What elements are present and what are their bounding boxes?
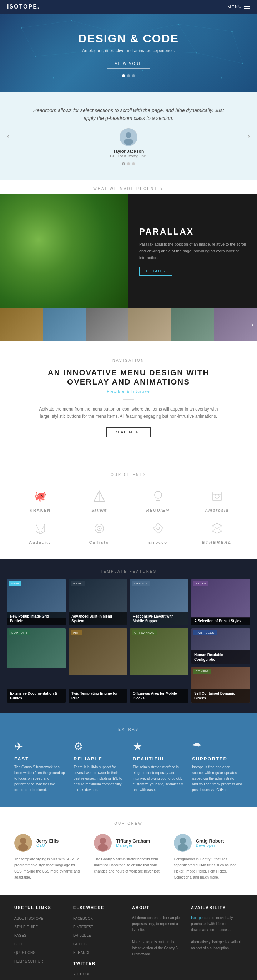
menu-label: MENU: [228, 5, 242, 9]
footer-link-pages-anchor[interactable]: PAGES: [14, 934, 26, 937]
footer-link-dribbble[interactable]: DRIBBBLE: [73, 932, 125, 938]
portfolio-thumb-4[interactable]: [128, 309, 171, 340]
svg-point-9: [53, 78, 54, 78]
footer-link-style-anchor[interactable]: STYLE GUIDE: [14, 925, 38, 929]
menu-button[interactable]: MENU: [228, 5, 250, 9]
hero-subtitle: An elegant, interactive and animated exp…: [82, 48, 175, 53]
svg-line-20: [232, 32, 243, 64]
footer-link-pinterest[interactable]: PINTEREST: [73, 923, 125, 930]
hero-dot-1[interactable]: [122, 74, 125, 77]
footer-link-fb-anchor[interactable]: FACEBOOK: [73, 916, 93, 920]
svg-point-33: [215, 494, 219, 498]
portfolio-thumb-1[interactable]: [0, 309, 43, 340]
feature-card-style[interactable]: STYLE A Selection of Preset Styles: [191, 579, 250, 625]
feature-card-popup-grid[interactable]: NEW New Popup Image Grid Particle: [7, 579, 66, 625]
feature-card-php[interactable]: PHP Twig Templating Engine for PHP: [68, 628, 127, 703]
salient-name: Salient: [91, 508, 107, 512]
svg-point-29: [155, 491, 162, 498]
testimonial-dots: [29, 162, 228, 165]
svg-point-3: [178, 24, 179, 25]
footer-link-blog-anchor[interactable]: BLOG: [14, 942, 24, 946]
crew-grid: Jerry Ellis CEO The template styling is …: [14, 834, 243, 880]
kraken-name: KRAKEN: [30, 508, 51, 512]
footer-link-behance[interactable]: BEHANCE: [73, 949, 125, 955]
extra-reliable: ⚙ RELIABLE There is built-in support for…: [73, 740, 124, 793]
what-we-made-label: WHAT WE MADE RECENTLY: [0, 180, 257, 194]
extra-beautiful: ★ BEAUTIFUL The administrator interface …: [133, 740, 184, 793]
testimonial-role: CEO of Kuzomg, Inc.: [29, 154, 228, 158]
nav-read-more-button[interactable]: READ MORE: [106, 427, 151, 437]
footer-link-instagram[interactable]: INSTAGRAM: [73, 979, 125, 980]
extra-supported-desc: Isotope is free and open source, with re…: [192, 764, 243, 793]
svg-point-50: [100, 838, 106, 844]
portfolio-next-arrow[interactable]: ›: [251, 321, 254, 328]
portfolio-details-button[interactable]: DETAILS: [139, 267, 172, 275]
feature-card-support[interactable]: SUPPORT Extensive Documentation & Guides: [7, 628, 66, 703]
client-sirocco: sirocco: [132, 519, 184, 544]
testimonial-text: Headroom allows for select sections to s…: [29, 107, 228, 123]
testimonial-dot-3[interactable]: [132, 162, 135, 165]
portfolio-section: PARALLAX Parallax adjusts the position o…: [0, 194, 257, 340]
client-ambrosia: Ambrosia: [191, 487, 243, 512]
hero-cta-button[interactable]: VIEW MORE: [107, 59, 150, 68]
crew-tiffany: Tiffany Graham Manager The Gantry 5 admi…: [94, 834, 163, 880]
feature-card-readable[interactable]: PARTICLES Human Readable Configuration: [191, 628, 250, 664]
hero-dot-3[interactable]: [132, 74, 135, 77]
salient-icon: [90, 487, 108, 505]
client-audacity: Audacity: [14, 519, 66, 544]
portfolio-thumb-3[interactable]: [86, 309, 128, 340]
footer-link-style[interactable]: STYLE GUIDE: [14, 923, 66, 930]
svg-rect-41: [153, 523, 163, 533]
footer-link-behance-anchor[interactable]: BEHANCE: [73, 951, 90, 955]
ethereal-icon: [208, 519, 226, 537]
footer-link-help-anchor[interactable]: HELP & SUPPORT: [14, 959, 45, 963]
footer-link-github[interactable]: GITHUB: [73, 940, 125, 947]
feature-card-text-5: Extensive Documentation & Guides: [7, 689, 66, 703]
portfolio-thumb-5[interactable]: [171, 309, 214, 340]
testimonial-next-arrow[interactable]: ›: [247, 132, 250, 140]
svg-point-25: [125, 132, 132, 138]
footer-link-about-anchor[interactable]: ABOUT ISOTOPE: [14, 916, 43, 920]
footer-about-title: ABOUT: [132, 905, 184, 910]
testimonial-dot-1[interactable]: [122, 162, 125, 165]
portfolio-description: Parallax adjusts the position of an imag…: [139, 241, 246, 261]
ambrosia-icon: [208, 487, 226, 505]
testimonial-prev-arrow[interactable]: ‹: [7, 132, 10, 140]
feature-card-text-8: Human Readable Configuration: [191, 651, 250, 664]
crew-craig-header: Craig Robert Developer: [174, 834, 243, 852]
client-ethereal: ETHEREAL: [191, 519, 243, 544]
feature-card-offcanvas[interactable]: OFFCANVAS Offcanvas Area for Mobile Bloc…: [130, 628, 189, 703]
extra-beautiful-desc: The administrator interface is elegant, …: [133, 764, 184, 793]
footer-link-blog[interactable]: BLOG: [14, 940, 66, 947]
footer-link-github-anchor[interactable]: GITHUB: [73, 942, 87, 946]
svg-point-10: [142, 70, 143, 72]
testimonial-dot-2[interactable]: [127, 162, 130, 165]
footer-link-youtube[interactable]: YOUTUBE: [73, 970, 125, 977]
portfolio-thumb-2[interactable]: [43, 309, 86, 340]
feature-card-layout[interactable]: LAYOUT Responsive Layout with Mobile Sup…: [130, 579, 189, 625]
footer-availability-title: AVAILABILITY: [191, 905, 243, 910]
feature-card-menu[interactable]: MENU Advanced Built-in Menu System: [68, 579, 127, 625]
hero-dot-2[interactable]: [127, 74, 130, 77]
footer-elsewhere-list: FACEBOOK PINTEREST DRIBBBLE GITHUB BEHAN…: [73, 915, 125, 955]
requiem-name: REQUIEM: [146, 508, 170, 512]
footer-link-questions[interactable]: QUESTIONS: [14, 949, 66, 955]
footer-link-youtube-anchor[interactable]: YOUTUBE: [73, 972, 90, 976]
footer-elsewhere-title: ELSEWHERE: [73, 905, 125, 910]
footer-link-dribbble-anchor[interactable]: DRIBBBLE: [73, 934, 90, 937]
svg-point-54: [178, 844, 188, 851]
footer-link-help[interactable]: HELP & SUPPORT: [14, 958, 66, 964]
portfolio-thumb-6[interactable]: [214, 309, 257, 340]
sirocco-icon: [149, 519, 167, 537]
footer-useful-links-title: USEFUL LINKS: [14, 905, 66, 910]
footer-link-questions-anchor[interactable]: QUESTIONS: [14, 951, 35, 955]
footer-link-fb[interactable]: FACEBOOK: [73, 915, 125, 921]
footer-elsewhere: ELSEWHERE FACEBOOK PINTEREST DRIBBBLE GI…: [73, 905, 125, 980]
extra-fast: ✈ FAST The Gantry 5 framework has been w…: [14, 740, 65, 793]
extras-section: EXTRAS ✈ FAST The Gantry 5 framework has…: [0, 713, 257, 807]
footer-link-pages[interactable]: PAGES: [14, 932, 66, 938]
footer-link-pinterest-anchor[interactable]: PINTEREST: [73, 925, 93, 929]
svg-point-53: [179, 838, 186, 844]
footer-link-about[interactable]: ABOUT ISOTOPE: [14, 915, 66, 921]
feature-card-dynamic[interactable]: CONFIG Self Contained Dynamic Blocks: [191, 667, 250, 703]
